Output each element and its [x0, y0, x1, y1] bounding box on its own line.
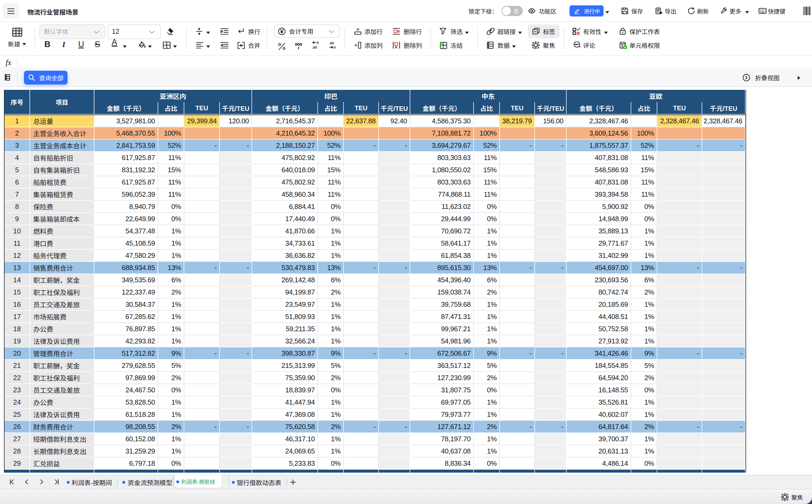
svg-text:0: 0 [334, 45, 336, 49]
svg-text:0: 0 [317, 41, 319, 45]
svg-text:.00: .00 [312, 45, 317, 49]
svg-text:.00: .00 [329, 41, 334, 45]
